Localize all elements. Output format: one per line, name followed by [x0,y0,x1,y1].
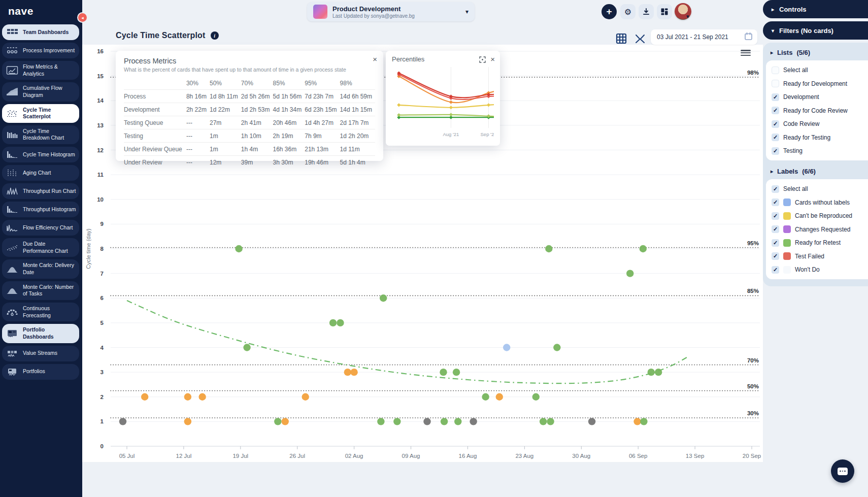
sidebar-item-process-improvement[interactable]: Process Improvement [2,43,79,58]
label-filter-can-t-be-reproduced[interactable]: ✓Can't be Reproduced [772,211,864,221]
sidebar-item-label: Cycle Time Breakdown Chart [23,128,76,142]
svg-text:26 Jul: 26 Jul [289,453,305,459]
percentiles-mini-chart[interactable]: Aug '21Sep '21 [392,63,494,140]
controls-panel-toggle[interactable]: ▸ Controls [763,0,868,18]
list-filter-ready-for-testing[interactable]: ✓Ready for Testing [772,132,864,143]
sidebar-item-cycle-time-scatterplot[interactable]: Cycle Time Scatterplot [2,104,79,123]
sidebar-item-monte-carlo-delivery-date[interactable]: Monte Carlo: Delivery Date [2,259,79,278]
checked-checkbox[interactable]: ✓ [772,93,779,101]
lists-label: Lists [777,49,792,56]
apps-grid-icon[interactable] [657,4,672,19]
sidebar-item-aging-chart[interactable]: Aging Chart [2,165,79,181]
list-filter-testing[interactable]: ✓Testing [772,146,864,156]
flow-metrics-analytics-icon [5,65,19,76]
board-selector[interactable]: Product Development Last Updated by sony… [307,2,475,21]
svg-text:4: 4 [101,345,104,351]
checked-checkbox[interactable]: ✓ [772,212,779,220]
unchecked-checkbox[interactable] [772,67,779,74]
checked-checkbox[interactable]: ✓ [772,147,779,155]
sidebar-item-throughput-histogram[interactable]: Throughput Histogram [2,202,79,217]
list-filter-code-review[interactable]: ✓Code Review [772,119,864,129]
svg-text:0: 0 [101,443,104,449]
process-metrics-table: 30%50%70%85%95%98%Process8h 16m1d 8h 11m… [124,77,375,169]
list-filter-ready-for-code-review[interactable]: ✓Ready for Code Review [772,106,864,116]
sidebar-item-portfolio-dashboards[interactable]: Portfolio Dashboards [2,324,79,343]
checked-checkbox[interactable]: ✓ [772,107,779,114]
checkbox-label: Won't Do [795,266,820,273]
close-icon[interactable]: × [373,55,377,63]
scatter-point [470,418,477,425]
checkbox-label: Can't be Reproduced [795,212,852,219]
label-filter-changes-requested[interactable]: ✓Changes Requested [772,224,864,235]
sidebar-item-value-streams[interactable]: Value Streams [2,346,79,361]
scatter-point [235,245,242,252]
checked-checkbox[interactable]: ✓ [772,198,779,206]
checkbox-label: Select all [783,185,808,192]
labels-section-header[interactable]: ▸ Labels (6/6) [765,163,868,179]
lists-section-header[interactable]: ▸ Lists (5/6) [765,45,868,60]
sidebar-item-label: Process Improvement [23,47,75,54]
filters-panel-toggle[interactable]: ▾ Filters (No cards) [763,21,868,40]
table-cell: 14d 6h 59m [340,90,375,103]
date-range-picker[interactable]: 03 Jul 2021 - 21 Sep 2021 [651,29,757,45]
expand-icon[interactable] [479,56,486,62]
checked-checkbox[interactable]: ✓ [772,225,779,233]
svg-text:2: 2 [101,394,104,400]
checked-checkbox[interactable]: ✓ [772,239,779,247]
sidebar-item-throughput-run-chart[interactable]: Throughput Run Chart [2,183,79,199]
add-button[interactable]: + [602,4,617,19]
monte-carlo-number-of-tasks-icon [5,285,19,295]
list-filter-development[interactable]: ✓Development [772,92,864,102]
table-cell: 1m [210,143,241,156]
sidebar-item-continuous-forecasting[interactable]: Continuous Forecasting [2,303,79,321]
sidebar-item-portfolios[interactable]: Portfolios [2,364,79,380]
scatter-view-icon[interactable] [633,31,647,45]
sidebar-item-team-dashboards[interactable]: Team Dashboards [2,24,79,40]
sidebar-item-cycle-time-histogram[interactable]: Cycle Time Histogram [2,147,79,162]
scatter-point [337,319,344,326]
sidebar-item-flow-efficiency-chart[interactable]: Flow Efficiency Chart [2,220,79,236]
chevron-down-icon: ▾ [465,8,469,15]
label-filter-cards-without-labels[interactable]: ✓Cards without labels [772,197,864,208]
checked-checkbox[interactable]: ✓ [772,120,779,128]
checked-checkbox[interactable]: ✓ [772,185,779,193]
sidebar-item-cycle-time-breakdown-chart[interactable]: Cycle Time Breakdown Chart [2,125,79,144]
checked-checkbox[interactable]: ✓ [772,266,779,274]
continuous-forecasting-icon [5,307,19,317]
scatter-point [198,393,206,401]
download-icon[interactable] [639,4,654,19]
sidebar-item-cumulative-flow-diagram[interactable]: Cumulative Flow Diagram [2,82,79,101]
sidebar-collapse-button[interactable]: ◂ [77,12,88,23]
sidebar-item-due-date-performance-chart[interactable]: Due Date Performance Chart [2,238,79,257]
label-filter-test-failed[interactable]: ✓Test Failed [772,251,864,261]
scatter-point [640,245,647,252]
svg-text:Aug '21: Aug '21 [443,131,459,137]
scatter-point [633,418,641,425]
chevron-right-icon: ▸ [772,7,774,12]
svg-text:05 Jul: 05 Jul [119,453,135,459]
table-cell: --- [186,129,210,143]
list-filter-ready-for-development[interactable]: Ready for Development [772,79,864,89]
sidebar-item-flow-metrics-analytics[interactable]: Flow Metrics & Analytics [2,61,79,80]
label-filter-ready-for-retest[interactable]: ✓Ready for Retest [772,238,864,248]
board-title: Product Development [332,5,460,13]
unchecked-checkbox[interactable] [772,80,779,87]
chat-button[interactable] [831,459,854,483]
checked-checkbox[interactable]: ✓ [772,252,779,260]
table-cell: 7d 23h 7m [305,90,340,103]
gear-icon[interactable]: ⚙ [620,4,636,19]
info-icon[interactable]: i [211,31,219,40]
scatter-point [243,344,250,351]
label-filter-won-t-do[interactable]: ✓Won't Do [772,264,864,275]
close-icon[interactable]: × [490,55,495,63]
label-filter-select-all[interactable]: ✓Select all [772,184,864,194]
table-view-icon[interactable] [614,31,628,45]
scatter-point [302,393,309,401]
sidebar-item-monte-carlo-number-of-tasks[interactable]: Monte Carlo: Number of Tasks [2,281,79,300]
chat-icon [838,468,848,475]
scatter-point [453,369,460,376]
percentile-marker [397,113,400,117]
chart-menu-button[interactable] [741,49,751,57]
checked-checkbox[interactable]: ✓ [772,134,779,141]
list-filter-select-all[interactable]: Select all [772,65,864,75]
